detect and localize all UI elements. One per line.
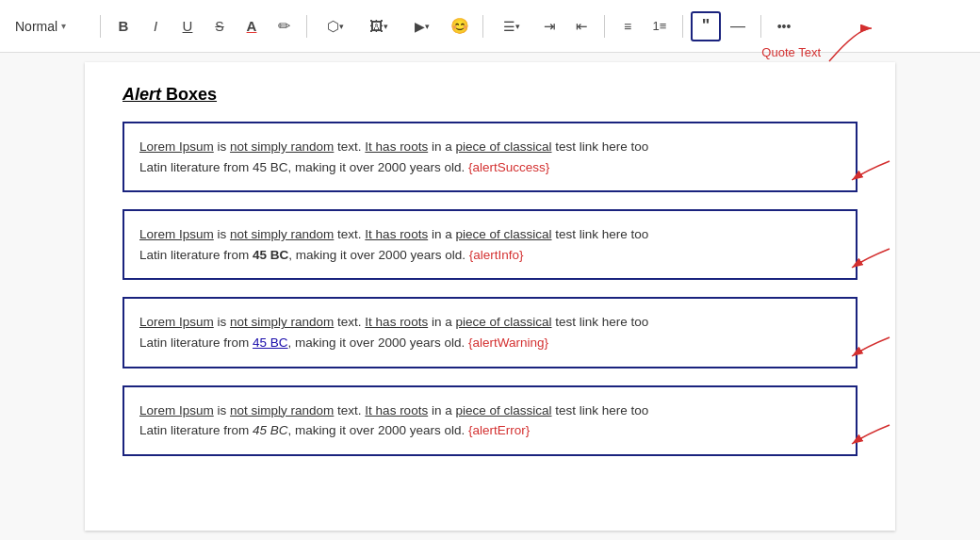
alert-info-box: Lorem Ipsum is not simply random text. I… (122, 209, 858, 280)
divider-4 (604, 15, 605, 38)
numbered-list-icon: 1≡ (653, 19, 667, 33)
alert-success-box: Lorem Ipsum is not simply random text. I… (122, 122, 858, 192)
chevron-down-icon: ▾ (61, 21, 66, 31)
emoji-icon: 😊 (450, 17, 469, 35)
more-options-button[interactable]: ••• (769, 11, 799, 41)
link-dropdown-icon: ▾ (339, 22, 344, 31)
it-text-2: It has roots (365, 227, 428, 241)
strikethrough-button[interactable]: S (204, 11, 235, 41)
alert-info-text: Lorem Ipsum is not simply random text. I… (139, 224, 841, 265)
page-title: Alert Boxes (122, 85, 858, 105)
shortcode-arrow-info-icon (847, 244, 894, 272)
image-button[interactable]: 🖼 ▾ (358, 11, 400, 41)
link-icon: ⬡ (327, 18, 339, 35)
editor-page: Alert Boxes Lorem Ipsum is not simply ra… (85, 62, 895, 531)
link-45bc-warning[interactable]: 45 BC (253, 335, 288, 350)
alert-info-wrapper: Lorem Ipsum is not simply random text. I… (122, 209, 858, 280)
indent-right-icon: ⇥ (544, 18, 556, 35)
shortcode-error: {alertError} (468, 423, 530, 437)
shortcode-warning-annotation: Shortcode (847, 333, 895, 361)
not-text-4: not simply random (230, 403, 334, 417)
piece-text-4: piece of classical (455, 403, 551, 417)
italic-button[interactable]: I (140, 11, 171, 41)
alert-success-text: Lorem Ipsum is not simply random text. I… (139, 137, 841, 177)
not-text-2: not simply random (230, 227, 334, 241)
divider-1 (100, 15, 101, 38)
not-text-3: not simply random (230, 315, 334, 329)
shortcode-success: {alertSuccess} (468, 160, 549, 174)
divider-5 (682, 15, 683, 38)
shortcode-error-annotation: Shortcode (847, 420, 895, 449)
paragraph-style-label: Normal (15, 19, 57, 34)
video-button[interactable]: ▶ ▾ (401, 11, 443, 41)
underline-button[interactable]: U (172, 11, 203, 41)
strikethrough-icon: S (215, 19, 223, 34)
align-icon: ☰ (503, 19, 515, 34)
not-text-1: not simply random (230, 139, 334, 154)
italic-icon: I (154, 18, 157, 34)
bullet-list-icon: ≡ (624, 19, 631, 34)
highlight-icon: ✏ (278, 17, 290, 35)
it-text-4: It has roots (365, 403, 428, 417)
video-icon: ▶ (415, 19, 425, 34)
horizontal-rule-icon: — (730, 18, 745, 35)
font-color-button[interactable]: A (237, 11, 267, 41)
shortcode-success-annotation: Shortcode (847, 156, 895, 185)
indent-left-icon: ⇤ (576, 18, 588, 35)
highlight-button[interactable]: ✏ (269, 11, 299, 41)
divider-3 (482, 15, 483, 38)
piece-text-1: piece of classical (455, 139, 551, 154)
italic-45bc-error: 45 BC (253, 423, 288, 437)
alert-warning-wrapper: Lorem Ipsum is not simply random text. I… (122, 297, 858, 368)
it-text-1: It has roots (365, 139, 428, 154)
quote-button[interactable]: " (691, 11, 721, 41)
paragraph-style-dropdown[interactable]: Normal ▾ (8, 15, 92, 38)
align-button[interactable]: ☰ ▾ (491, 11, 532, 41)
font-color-icon: A (247, 18, 257, 34)
shortcode-arrow-error-icon (847, 420, 894, 449)
alert-warning-box: Lorem Ipsum is not simply random text. I… (122, 297, 858, 368)
alert-warning-text: Lorem Ipsum is not simply random text. I… (139, 312, 841, 352)
lorem-link-3[interactable]: Lorem Ipsum (139, 315, 214, 329)
it-text-3: It has roots (365, 315, 428, 329)
lorem-link-1[interactable]: Lorem Ipsum (139, 139, 214, 154)
shortcode-arrow-success-icon (847, 156, 894, 185)
bold-button[interactable]: B (108, 11, 139, 41)
video-dropdown-icon: ▾ (425, 22, 430, 31)
alert-error-text: Lorem Ipsum is not simply random text. I… (139, 401, 841, 441)
indent-right-button[interactable]: ⇥ (534, 11, 564, 41)
image-icon: 🖼 (369, 18, 384, 34)
piece-text-3: piece of classical (455, 315, 551, 329)
image-dropdown-icon: ▾ (384, 22, 388, 31)
title-suffix: Boxes (161, 85, 217, 104)
quote-icon: " (702, 16, 710, 36)
link-button[interactable]: ⬡ ▾ (315, 11, 356, 41)
numbered-list-button[interactable]: 1≡ (645, 11, 675, 41)
alert-error-wrapper: Lorem Ipsum is not simply random text. I… (122, 385, 858, 456)
divider-6 (760, 15, 761, 38)
piece-text-2: piece of classical (455, 227, 551, 241)
lorem-link-4[interactable]: Lorem Ipsum (139, 403, 214, 417)
divider-2 (306, 15, 307, 38)
emoji-button[interactable]: 😊 (445, 11, 475, 41)
title-italic-part: Alert (122, 85, 161, 104)
bullet-list-button[interactable]: ≡ (612, 11, 643, 41)
bold-icon: B (119, 18, 129, 34)
alert-error-box: Lorem Ipsum is not simply random text. I… (122, 385, 858, 456)
shortcode-warning: {alertWarning} (468, 335, 548, 350)
indent-left-button[interactable]: ⇤ (566, 11, 596, 41)
lorem-link-2[interactable]: Lorem Ipsum (139, 227, 214, 241)
alert-success-wrapper: Lorem Ipsum is not simply random text. I… (122, 122, 858, 192)
align-dropdown-icon: ▾ (515, 22, 520, 31)
content-area: Alert Boxes Lorem Ipsum is not simply ra… (0, 53, 980, 540)
shortcode-info-annotation: Shortcode (847, 244, 895, 272)
horizontal-rule-button[interactable]: — (723, 11, 753, 41)
more-options-icon: ••• (777, 19, 792, 34)
bold-45bc-info: 45 BC (253, 248, 288, 262)
toolbar: Normal ▾ B I U S A ✏ ⬡ ▾ 🖼 ▾ ▶ ▾ 😊 (0, 0, 980, 53)
shortcode-arrow-warning-icon (847, 333, 894, 361)
shortcode-info: {alertInfo} (469, 248, 524, 262)
underline-icon: U (183, 18, 193, 34)
